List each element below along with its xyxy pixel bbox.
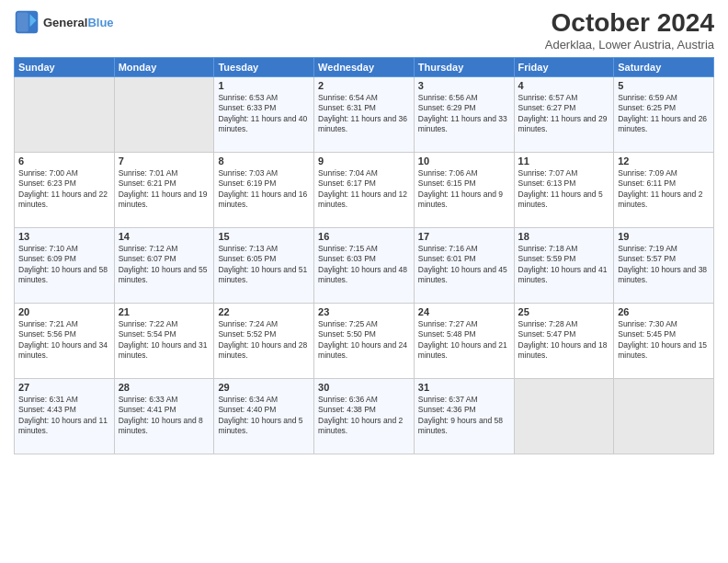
day-detail: Sunrise: 7:12 AMSunset: 6:07 PMDaylight:… <box>119 244 210 286</box>
day-cell: 4Sunrise: 6:57 AMSunset: 6:27 PMDaylight… <box>514 76 614 152</box>
day-detail: Sunrise: 7:19 AMSunset: 5:57 PMDaylight:… <box>618 244 710 286</box>
header: GeneralBlue October 2024 Aderklaa, Lower… <box>14 9 714 52</box>
day-number: 23 <box>318 306 410 317</box>
day-detail: Sunrise: 6:37 AMSunset: 4:36 PMDaylight:… <box>418 395 510 437</box>
day-detail: Sunrise: 7:06 AMSunset: 6:15 PMDaylight:… <box>418 168 510 211</box>
day-number: 1 <box>218 80 310 91</box>
day-number: 15 <box>218 231 310 242</box>
day-detail: Sunrise: 7:28 AMSunset: 5:47 PMDaylight:… <box>518 319 610 362</box>
day-detail: Sunrise: 7:03 AMSunset: 6:19 PMDaylight:… <box>218 168 310 211</box>
day-detail: Sunrise: 6:57 AMSunset: 6:27 PMDaylight:… <box>518 93 610 135</box>
day-cell: 30Sunrise: 6:36 AMSunset: 4:38 PMDayligh… <box>314 378 415 454</box>
day-detail: Sunrise: 7:01 AMSunset: 6:21 PMDaylight:… <box>119 168 210 211</box>
calendar-page: GeneralBlue October 2024 Aderklaa, Lower… <box>0 0 728 563</box>
day-cell: 22Sunrise: 7:24 AMSunset: 5:52 PMDayligh… <box>214 303 314 378</box>
day-detail: Sunrise: 6:36 AMSunset: 4:38 PMDaylight:… <box>318 395 410 437</box>
day-cell: 9Sunrise: 7:04 AMSunset: 6:17 PMDaylight… <box>314 152 415 227</box>
day-number: 17 <box>418 231 510 242</box>
title-block: October 2024 Aderklaa, Lower Austria, Au… <box>545 9 714 52</box>
day-cell <box>614 378 714 454</box>
day-number: 24 <box>418 306 510 317</box>
day-number: 3 <box>418 80 510 91</box>
weekday-header-monday: Monday <box>114 57 214 76</box>
day-number: 7 <box>119 155 210 167</box>
day-cell: 23Sunrise: 7:25 AMSunset: 5:50 PMDayligh… <box>314 303 415 378</box>
day-cell: 21Sunrise: 7:22 AMSunset: 5:54 PMDayligh… <box>114 303 214 378</box>
day-detail: Sunrise: 7:15 AMSunset: 6:03 PMDaylight:… <box>318 244 410 286</box>
day-number: 9 <box>318 155 410 167</box>
logo-icon <box>14 9 40 35</box>
day-cell: 20Sunrise: 7:21 AMSunset: 5:56 PMDayligh… <box>15 303 115 378</box>
day-detail: Sunrise: 6:33 AMSunset: 4:41 PMDaylight:… <box>119 395 210 437</box>
day-cell: 5Sunrise: 6:59 AMSunset: 6:25 PMDaylight… <box>614 76 714 152</box>
day-number: 4 <box>518 80 610 91</box>
day-number: 31 <box>418 382 510 393</box>
day-cell: 14Sunrise: 7:12 AMSunset: 6:07 PMDayligh… <box>114 227 214 303</box>
svg-rect-2 <box>17 13 28 32</box>
day-cell: 12Sunrise: 7:09 AMSunset: 6:11 PMDayligh… <box>614 152 714 227</box>
day-number: 11 <box>518 155 610 167</box>
day-cell: 29Sunrise: 6:34 AMSunset: 4:40 PMDayligh… <box>214 378 314 454</box>
day-number: 16 <box>318 231 410 242</box>
day-cell: 11Sunrise: 7:07 AMSunset: 6:13 PMDayligh… <box>514 152 614 227</box>
weekday-header-tuesday: Tuesday <box>214 57 314 76</box>
day-detail: Sunrise: 6:34 AMSunset: 4:40 PMDaylight:… <box>218 395 310 437</box>
day-number: 27 <box>18 382 110 393</box>
logo: GeneralBlue <box>14 9 114 35</box>
day-cell: 3Sunrise: 6:56 AMSunset: 6:29 PMDaylight… <box>414 76 514 152</box>
day-cell: 24Sunrise: 7:27 AMSunset: 5:48 PMDayligh… <box>414 303 514 378</box>
day-number: 12 <box>618 155 710 167</box>
week-row-0: 1Sunrise: 6:53 AMSunset: 6:33 PMDaylight… <box>15 76 714 152</box>
day-number: 18 <box>518 231 610 242</box>
day-cell: 15Sunrise: 7:13 AMSunset: 6:05 PMDayligh… <box>214 227 314 303</box>
day-detail: Sunrise: 6:56 AMSunset: 6:29 PMDaylight:… <box>418 93 510 135</box>
day-cell: 28Sunrise: 6:33 AMSunset: 4:41 PMDayligh… <box>114 378 214 454</box>
day-detail: Sunrise: 7:24 AMSunset: 5:52 PMDaylight:… <box>218 319 310 362</box>
week-row-3: 20Sunrise: 7:21 AMSunset: 5:56 PMDayligh… <box>15 303 714 378</box>
day-number: 8 <box>218 155 310 167</box>
day-cell: 27Sunrise: 6:31 AMSunset: 4:43 PMDayligh… <box>15 378 115 454</box>
day-cell: 6Sunrise: 7:00 AMSunset: 6:23 PMDaylight… <box>15 152 115 227</box>
day-detail: Sunrise: 7:13 AMSunset: 6:05 PMDaylight:… <box>218 244 310 286</box>
day-cell <box>114 76 214 152</box>
day-detail: Sunrise: 7:07 AMSunset: 6:13 PMDaylight:… <box>518 168 610 211</box>
day-detail: Sunrise: 7:22 AMSunset: 5:54 PMDaylight:… <box>119 319 210 362</box>
calendar-table: SundayMondayTuesdayWednesdayThursdayFrid… <box>14 57 714 454</box>
day-cell: 25Sunrise: 7:28 AMSunset: 5:47 PMDayligh… <box>514 303 614 378</box>
day-detail: Sunrise: 7:10 AMSunset: 6:09 PMDaylight:… <box>18 244 110 286</box>
day-cell: 1Sunrise: 6:53 AMSunset: 6:33 PMDaylight… <box>214 76 314 152</box>
day-number: 26 <box>618 306 710 317</box>
weekday-header-wednesday: Wednesday <box>314 57 415 76</box>
week-row-1: 6Sunrise: 7:00 AMSunset: 6:23 PMDaylight… <box>15 152 714 227</box>
logo-text: GeneralBlue <box>43 16 114 29</box>
day-detail: Sunrise: 7:04 AMSunset: 6:17 PMDaylight:… <box>318 168 410 211</box>
day-number: 13 <box>18 231 110 242</box>
day-cell <box>514 378 614 454</box>
weekday-header-sunday: Sunday <box>15 57 115 76</box>
week-row-4: 27Sunrise: 6:31 AMSunset: 4:43 PMDayligh… <box>15 378 714 454</box>
day-number: 28 <box>119 382 210 393</box>
weekday-header-friday: Friday <box>514 57 614 76</box>
weekday-header-thursday: Thursday <box>414 57 514 76</box>
day-number: 5 <box>618 80 710 91</box>
location: Aderklaa, Lower Austria, Austria <box>545 38 714 52</box>
day-detail: Sunrise: 6:59 AMSunset: 6:25 PMDaylight:… <box>618 93 710 135</box>
day-number: 22 <box>218 306 310 317</box>
day-cell: 8Sunrise: 7:03 AMSunset: 6:19 PMDaylight… <box>214 152 314 227</box>
day-cell: 31Sunrise: 6:37 AMSunset: 4:36 PMDayligh… <box>414 378 514 454</box>
day-cell: 26Sunrise: 7:30 AMSunset: 5:45 PMDayligh… <box>614 303 714 378</box>
weekday-header-row: SundayMondayTuesdayWednesdayThursdayFrid… <box>15 57 714 76</box>
day-cell: 19Sunrise: 7:19 AMSunset: 5:57 PMDayligh… <box>614 227 714 303</box>
weekday-header-saturday: Saturday <box>614 57 714 76</box>
day-number: 10 <box>418 155 510 167</box>
day-number: 20 <box>18 306 110 317</box>
day-cell: 7Sunrise: 7:01 AMSunset: 6:21 PMDaylight… <box>114 152 214 227</box>
day-detail: Sunrise: 7:09 AMSunset: 6:11 PMDaylight:… <box>618 168 710 211</box>
day-cell: 2Sunrise: 6:54 AMSunset: 6:31 PMDaylight… <box>314 76 415 152</box>
day-number: 2 <box>318 80 410 91</box>
day-number: 19 <box>618 231 710 242</box>
day-detail: Sunrise: 6:54 AMSunset: 6:31 PMDaylight:… <box>318 93 410 135</box>
month-title: October 2024 <box>545 9 714 38</box>
week-row-2: 13Sunrise: 7:10 AMSunset: 6:09 PMDayligh… <box>15 227 714 303</box>
day-cell: 17Sunrise: 7:16 AMSunset: 6:01 PMDayligh… <box>414 227 514 303</box>
